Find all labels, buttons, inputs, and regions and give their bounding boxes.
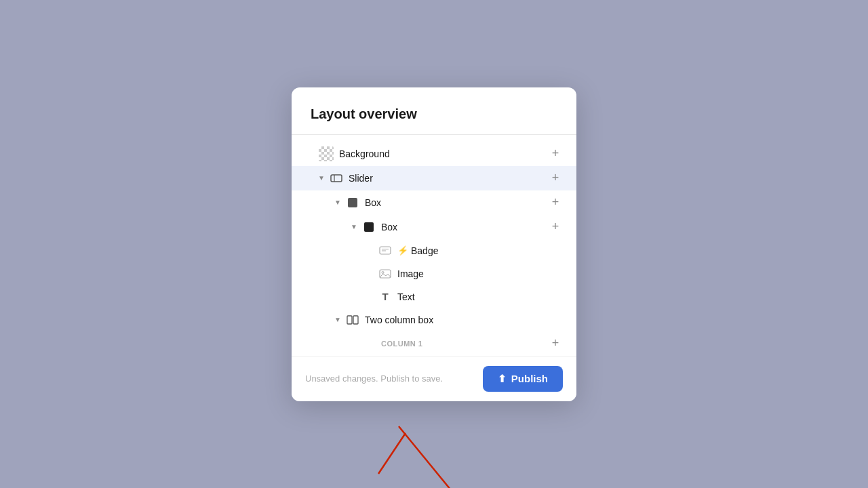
svg-point-6	[382, 271, 384, 273]
tree-row-image[interactable]: ▼ Image	[292, 262, 576, 285]
checkerboard-icon	[319, 146, 334, 161]
tree-row-text[interactable]: ▼ T Text	[292, 285, 576, 308]
text-icon: T	[378, 290, 392, 304]
twocolbox-label: Two column box	[365, 314, 563, 325]
box1-chevron: ▼	[332, 197, 343, 208]
box1-label: Box	[365, 197, 548, 208]
box1-add-button[interactable]: +	[548, 195, 563, 210]
svg-rect-0	[331, 175, 342, 182]
tree-row-background[interactable]: ▼ Background +	[292, 142, 576, 166]
col1-add-button[interactable]: +	[548, 336, 563, 351]
modal-footer: Unsaved changes. Publish to save. ⬆ Publ…	[292, 356, 576, 401]
tree-row-twocolbox[interactable]: ▼ Two column box	[292, 308, 576, 331]
slider-icon	[330, 171, 343, 185]
modal-header: Layout overview	[292, 87, 576, 135]
slider-chevron: ▼	[316, 173, 327, 184]
svg-rect-5	[380, 270, 391, 278]
column1-label: COLUMN 1	[381, 340, 548, 348]
slider-label: Slider	[349, 173, 548, 184]
modal-title: Layout overview	[311, 106, 417, 121]
box1-icon	[346, 196, 359, 209]
box2-chevron: ▼	[349, 222, 359, 232]
col1-icon	[362, 337, 376, 350]
svg-rect-8	[353, 316, 358, 324]
lightning-icon: ⚡	[397, 245, 408, 256]
twocol-icon	[346, 313, 359, 327]
tree-row-box2[interactable]: ▼ Box +	[292, 215, 576, 239]
tree-row-badge[interactable]: ▼ ⚡ Badge	[292, 239, 576, 262]
svg-line-11	[378, 433, 406, 474]
twocol-chevron: ▼	[332, 314, 343, 325]
tree-row-column1[interactable]: ▼ COLUMN 1 +	[292, 331, 576, 356]
background-add-button[interactable]: +	[548, 146, 563, 161]
tree-row-slider[interactable]: ▼ Slider +	[292, 166, 576, 190]
publish-button[interactable]: ⬆ Publish	[483, 366, 563, 392]
layout-overview-modal: Layout overview ▼ Background + ▼ Slide	[292, 87, 576, 401]
badge-label: Badge	[411, 245, 563, 256]
publish-label: Publish	[511, 373, 548, 384]
box2-label: Box	[381, 222, 548, 232]
box2-icon	[362, 220, 376, 234]
image-label: Image	[397, 268, 563, 279]
background-label: Background	[339, 148, 548, 159]
tree-row-box1[interactable]: ▼ Box +	[292, 190, 576, 215]
publish-upload-icon: ⬆	[498, 373, 507, 385]
text-label: Text	[397, 291, 563, 302]
footer-note: Unsaved changes. Publish to save.	[305, 373, 443, 384]
svg-rect-7	[347, 316, 352, 324]
box2-add-button[interactable]: +	[548, 220, 563, 235]
slider-add-button[interactable]: +	[548, 171, 563, 186]
modal-body: ▼ Background + ▼ Slider + ▼	[292, 135, 576, 356]
image-icon	[378, 267, 392, 281]
svg-line-10	[399, 426, 460, 489]
badge-icon	[378, 244, 392, 258]
